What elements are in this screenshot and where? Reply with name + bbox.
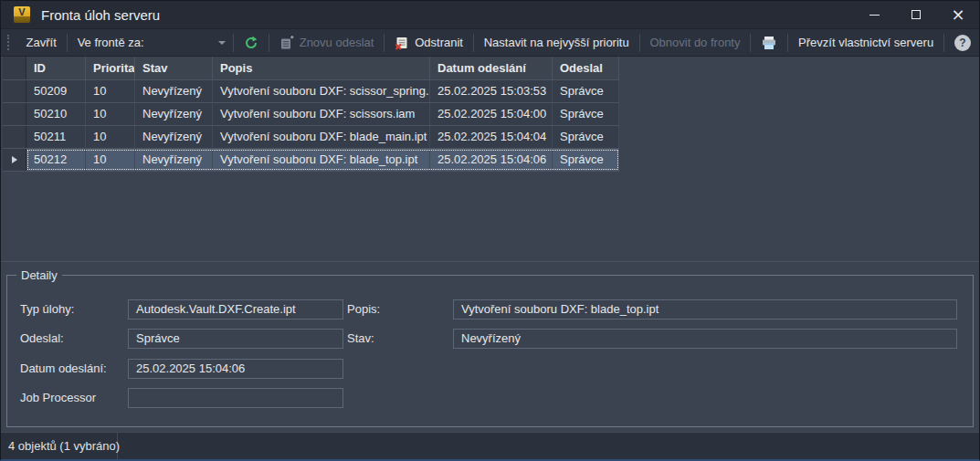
cell-id[interactable]: 50210 xyxy=(26,103,86,125)
status-field[interactable]: Nevyřízený xyxy=(453,329,957,349)
column-header-id[interactable]: ID xyxy=(26,57,86,79)
row-selector[interactable] xyxy=(3,80,26,102)
toolbar-separator xyxy=(639,34,640,52)
cell-id[interactable]: 50211 xyxy=(26,126,86,148)
table-row[interactable]: 50211 10 Nevyřízený Vytvoření souboru DX… xyxy=(3,126,619,149)
help-icon: ? xyxy=(954,35,971,51)
cell-status[interactable]: Nevyřízený xyxy=(135,80,213,102)
cell-priority[interactable]: 10 xyxy=(86,149,135,171)
job-queue-window: V Fronta úloh serveru × Zavřít Ve frontě… xyxy=(0,0,980,461)
take-ownership-button[interactable]: Převzít vlastnictví serveru xyxy=(790,31,942,55)
job-processor-label: Job Processor xyxy=(20,388,96,408)
table-row[interactable]: 50209 10 Nevyřízený Vytvoření souboru DX… xyxy=(3,80,619,103)
toolbar-separator xyxy=(787,34,788,52)
take-ownership-label: Převzít vlastnictví serveru xyxy=(798,36,933,49)
row-selector[interactable] xyxy=(3,103,26,125)
vault-app-icon[interactable]: V xyxy=(14,6,30,23)
minimize-icon xyxy=(869,15,880,16)
queue-filter-label: Ve frontě za: xyxy=(69,36,150,49)
maximize-icon xyxy=(912,10,921,19)
object-count-status: 4 objektů (1 vybráno) xyxy=(1,433,118,459)
cell-description[interactable]: Vytvoření souboru DXF: blade_top.ipt xyxy=(213,149,430,171)
cell-status[interactable]: Nevyřízený xyxy=(135,126,213,148)
cell-id[interactable]: 50209 xyxy=(26,80,86,102)
requeue-button[interactable]: Obnovit do fronty xyxy=(641,31,748,55)
job-processor-field[interactable] xyxy=(128,388,343,408)
table-header-row: ID Priorita Stav Popis Datum odeslání Od… xyxy=(3,57,619,80)
job-type-label: Typ úlohy: xyxy=(20,299,74,320)
close-button[interactable]: × xyxy=(937,1,979,28)
toolbar-separator xyxy=(943,34,944,52)
remove-button[interactable]: Odstranit xyxy=(386,31,471,55)
current-row-arrow-icon xyxy=(12,156,17,163)
vault-app-icon-letter: V xyxy=(18,6,25,17)
toolbar-separator xyxy=(269,34,269,52)
refresh-button[interactable] xyxy=(236,31,267,55)
close-icon: × xyxy=(951,6,964,23)
toolbar-grip[interactable] xyxy=(7,35,11,50)
close-queue-button[interactable]: Zavřít xyxy=(18,31,65,55)
toolbar-separator xyxy=(233,34,234,52)
cell-priority[interactable]: 10 xyxy=(86,126,135,148)
print-button[interactable] xyxy=(753,31,785,55)
cell-description[interactable]: Vytvoření souboru DXF: scissor_spring.ip… xyxy=(213,80,430,102)
toolbar-separator xyxy=(384,34,385,52)
details-group: Detaily Typ úlohy: Autodesk.Vault.DXF.Cr… xyxy=(6,268,974,427)
toolbar: Zavřít Ve frontě za: Znovu o xyxy=(1,28,979,57)
cell-submitter[interactable]: Správce xyxy=(553,149,619,171)
cell-submitter[interactable]: Správce xyxy=(553,80,619,102)
cell-status[interactable]: Nevyřízený xyxy=(135,149,213,171)
table-row[interactable]: 50210 10 Nevyřízený Vytvoření souboru DX… xyxy=(3,103,619,126)
column-header-description[interactable]: Popis xyxy=(213,57,430,79)
content-panel: ID Priorita Stav Popis Datum odeslání Od… xyxy=(1,57,979,432)
details-splitter[interactable] xyxy=(1,261,979,262)
cell-submit-date[interactable]: 25.02.2025 15:04:06 xyxy=(430,149,553,171)
cell-id[interactable]: 50212 xyxy=(26,149,86,171)
submitter-field[interactable]: Správce xyxy=(128,329,343,349)
remove-label: Odstranit xyxy=(415,36,463,49)
cell-submit-date[interactable]: 25.02.2025 15:03:53 xyxy=(430,80,553,102)
submitter-label: Odeslal: xyxy=(20,329,64,349)
submit-date-field[interactable]: 25.02.2025 15:04:06 xyxy=(128,359,343,379)
cell-description[interactable]: Vytvoření souboru DXF: scissors.iam xyxy=(213,103,430,125)
resend-button[interactable]: Znovu odeslat xyxy=(271,31,383,55)
resend-label: Znovu odeslat xyxy=(300,36,374,49)
refresh-icon xyxy=(244,36,258,50)
queue-filter-combobox[interactable] xyxy=(150,32,231,54)
row-selector[interactable] xyxy=(3,126,26,148)
column-header-submitter[interactable]: Odeslal xyxy=(553,57,619,79)
details-legend: Detaily xyxy=(16,268,62,282)
remove-icon xyxy=(395,36,409,50)
cell-status[interactable]: Nevyřízený xyxy=(135,103,213,125)
cell-submitter[interactable]: Správce xyxy=(553,103,619,125)
requeue-label: Obnovit do fronty xyxy=(649,36,740,49)
resend-icon xyxy=(279,36,294,50)
row-selector[interactable] xyxy=(3,149,26,171)
cell-submit-date[interactable]: 25.02.2025 15:04:00 xyxy=(430,103,553,125)
help-button[interactable]: ? xyxy=(946,31,979,55)
cell-priority[interactable]: 10 xyxy=(86,80,135,102)
set-priority-button[interactable]: Nastavit na nejvyšší prioritu xyxy=(476,31,638,55)
cell-submitter[interactable]: Správce xyxy=(553,126,619,148)
column-header-status[interactable]: Stav xyxy=(135,57,213,79)
column-header-priority[interactable]: Priorita xyxy=(86,57,135,79)
minimize-button[interactable] xyxy=(853,1,895,28)
window-title: Fronta úloh serveru xyxy=(41,7,853,23)
titlebar: V Fronta úloh serveru × xyxy=(1,1,979,28)
maximize-button[interactable] xyxy=(895,1,937,28)
description-field[interactable]: Vytvoření souboru DXF: blade_top.ipt xyxy=(453,299,957,320)
column-header-submit-date[interactable]: Datum odeslání xyxy=(430,57,553,79)
cell-description[interactable]: Vytvoření souboru DXF: blade_main.ipt xyxy=(213,126,430,148)
statusbar: 4 objektů (1 vybráno) xyxy=(1,432,979,459)
chevron-down-icon xyxy=(218,41,226,45)
cell-submit-date[interactable]: 25.02.2025 15:04:04 xyxy=(430,126,553,148)
cell-priority[interactable]: 10 xyxy=(86,103,135,125)
submit-date-label: Datum odeslání: xyxy=(20,359,107,379)
toolbar-separator xyxy=(473,34,474,52)
set-priority-label: Nastavit na nejvyšší prioritu xyxy=(484,36,629,49)
toolbar-separator xyxy=(67,34,68,52)
table-row-selected[interactable]: 50212 10 Nevyřízený Vytvoření souboru DX… xyxy=(3,149,619,172)
toolbar-separator xyxy=(750,34,751,52)
job-type-field[interactable]: Autodesk.Vault.DXF.Create.ipt xyxy=(128,299,343,320)
description-label: Popis: xyxy=(347,299,380,320)
